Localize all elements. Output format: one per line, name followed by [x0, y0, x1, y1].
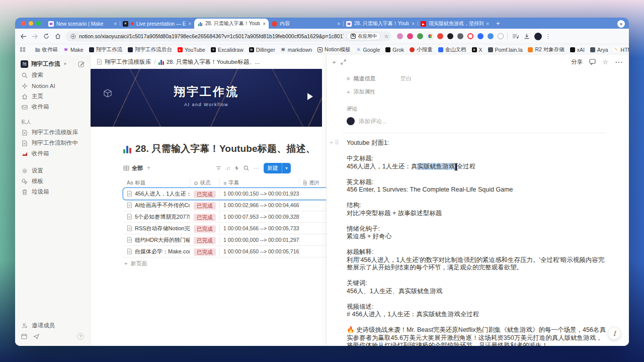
- text-block[interactable]: 英文标题:: [347, 178, 606, 187]
- add-view-icon[interactable]: +: [147, 164, 150, 171]
- tab-content[interactable]: 内容 ×: [269, 19, 343, 29]
- bookmark-item[interactable]: ▶ YouTube: [178, 47, 205, 53]
- text-block[interactable]: 情绪化钩子:: [347, 225, 606, 233]
- add-property-button[interactable]: + 添加属性: [347, 88, 606, 96]
- comments-icon[interactable]: [589, 59, 596, 65]
- tab-youtube-squidgame[interactable]: ▶ 现实版鱿鱼游戏，坚持到最后 ×: [418, 19, 492, 29]
- browser-menu-icon[interactable]: ⋮: [545, 33, 551, 40]
- sidebar-item-trash[interactable]: 垃圾箱: [19, 187, 87, 197]
- reload-icon[interactable]: [42, 32, 50, 40]
- table-row[interactable]: 纽约HDR大师的独门秘籍：9 已完成 1 00:00:00,000 --> 00…: [123, 234, 326, 246]
- bookmark-item[interactable]: R2 对象存储: [528, 46, 564, 53]
- text-block[interactable]: 标题解释:: [347, 248, 606, 256]
- bookmark-star-icon[interactable]: ☆: [384, 33, 389, 40]
- view-tab-all[interactable]: 全部: [123, 164, 143, 172]
- table-row[interactable]: 456人进入，1人生还：真实 已完成 1 00:00:00,150 --> 00…: [123, 188, 326, 200]
- text-block[interactable]: # 456人进入，1人生还：真实版鱿鱼游戏全过程: [347, 311, 606, 319]
- bookmark-item[interactable]: ✕ Excalidraw: [211, 47, 244, 53]
- table-row[interactable]: AI绘画高手不外传的ComfyU 已完成 1 00:00:02,966 --> …: [123, 200, 326, 211]
- bookmark-item[interactable]: 翔宇工作流: [89, 46, 123, 53]
- bookmark-item[interactable]: Grok: [385, 47, 404, 53]
- extension-icon[interactable]: [488, 33, 494, 39]
- text-block[interactable]: [347, 147, 606, 155]
- tab-close-icon[interactable]: ×: [486, 21, 489, 27]
- new-page-button[interactable]: + 新页面: [123, 257, 326, 269]
- text-block[interactable]: 紧迫感 + 好奇心: [347, 233, 606, 241]
- text-block[interactable]: [347, 272, 606, 280]
- sidebar-item-home[interactable]: 主页: [19, 91, 87, 102]
- text-block[interactable]: 利用'456人进入，1人生还'的数字对比制造强烈的紧迫感和生存压力。'全过程'暗…: [347, 256, 606, 272]
- filter-icon[interactable]: [216, 166, 221, 170]
- url-bar[interactable]: notion.so/xiaoyuzaici/1c5017a905fd80a197…: [65, 31, 391, 42]
- breadcrumb-current[interactable]: 28. 只需输入字幕！Youtube标题、...: [158, 58, 260, 66]
- panel-more-icon[interactable]: ⋯: [615, 57, 623, 67]
- apps-grid-icon[interactable]: [20, 47, 25, 52]
- bookmark-item[interactable]: ✎ HTML: [614, 47, 629, 53]
- bookmark-item[interactable]: Pomf.lain.la: [488, 47, 523, 53]
- tab-close-icon[interactable]: ×: [114, 21, 117, 27]
- tab-make-scenario[interactable]: M New scenario | Make ×: [45, 19, 120, 29]
- row-title[interactable]: RSS自动存储Notion完整教程: [135, 225, 190, 232]
- forward-icon[interactable]: [31, 32, 39, 40]
- bookmark-item[interactable]: X X: [472, 47, 482, 53]
- site-settings-icon[interactable]: [70, 34, 76, 39]
- extension-icon[interactable]: [407, 33, 413, 39]
- text-block[interactable]: [347, 217, 606, 225]
- text-block[interactable]: 456人、1人生还、真实版鱿鱼游戏: [347, 288, 606, 296]
- extension-icon[interactable]: [498, 33, 504, 39]
- bookmark-item[interactable]: M Make: [63, 47, 84, 53]
- add-comment-row[interactable]: 添加评论...: [347, 117, 606, 125]
- extension-icon[interactable]: [467, 33, 473, 39]
- invite-members-button[interactable]: 邀请成员: [19, 320, 87, 331]
- new-record-dropdown-icon[interactable]: ▼: [282, 163, 291, 173]
- bookmark-item[interactable]: D Dillinger: [249, 47, 275, 53]
- text-block[interactable]: 对比冲突型标题 + 故事叙述型标题: [347, 210, 606, 218]
- extension-icon[interactable]: [427, 33, 433, 39]
- text-block[interactable]: [347, 319, 606, 327]
- extension-icon[interactable]: [417, 33, 423, 39]
- column-header-image[interactable]: 图片: [299, 178, 326, 188]
- bookmark-item[interactable]: 收件箱: [35, 46, 58, 53]
- text-block[interactable]: 视频描述:: [347, 303, 606, 311]
- window-controls[interactable]: [15, 18, 45, 29]
- sidebar-item-search[interactable]: 搜索: [19, 70, 87, 80]
- new-record-button[interactable]: 新建 ▼: [264, 163, 291, 173]
- bookmark-item[interactable]: 小报童: [410, 46, 433, 53]
- row-title[interactable]: 5个必知赛博朋克2077结局：: [135, 213, 190, 221]
- compose-icon[interactable]: [78, 61, 85, 67]
- text-block[interactable]: 456 Enter, 1 Survives: The Complete Real…: [347, 186, 606, 194]
- drag-handle-icon[interactable]: ⠿: [335, 139, 339, 147]
- new-tab-button[interactable]: +: [496, 20, 500, 27]
- page-bar-chart-icon[interactable]: [123, 145, 131, 153]
- workspace-switcher[interactable]: 翔 翔宇工作流 ▼: [19, 58, 87, 70]
- bookmark-item[interactable]: N Notion模板: [317, 46, 350, 53]
- sidebar-item-templates[interactable]: 模板: [19, 176, 87, 187]
- tab-close-icon[interactable]: ×: [337, 21, 340, 27]
- column-header-subtitle[interactable]: ≡字幕: [220, 178, 299, 188]
- bookmark-item[interactable]: 翔宇工作流后台: [128, 46, 172, 53]
- lightning-icon[interactable]: [234, 165, 239, 171]
- minimize-window-button[interactable]: [29, 21, 33, 26]
- close-window-button[interactable]: [21, 21, 26, 26]
- bookmark-item[interactable]: M markdown: [281, 47, 312, 53]
- page-title[interactable]: 28. 只需输入字幕！Youtube标题、描述、: [135, 142, 315, 155]
- send-icon[interactable]: [33, 334, 39, 339]
- text-block[interactable]: [347, 241, 606, 249]
- page-blocks[interactable]: + ⠿ Youtube 封面1:中文标题: 456人进入，1人生还：真实版鱿鱼游…: [347, 139, 606, 346]
- zoom-window-button[interactable]: [36, 21, 41, 26]
- home-icon[interactable]: [54, 32, 62, 40]
- text-block[interactable]: [347, 295, 606, 303]
- row-title[interactable]: AI绘画高手不外传的ComfyU: [135, 202, 190, 209]
- extension-icon[interactable]: [397, 33, 403, 39]
- text-block[interactable]: 结构:: [347, 202, 606, 210]
- extension-icon[interactable]: [437, 33, 443, 39]
- sidebar-item-notion-ai[interactable]: Notion AI: [19, 80, 87, 91]
- sidebar-item-template-library[interactable]: 翔宇工作流模版库: [19, 127, 87, 138]
- tab-close-icon[interactable]: ×: [188, 21, 191, 27]
- page-cover-image[interactable]: 翔宇工作流 AI and Workflow: [91, 69, 322, 127]
- media-playlist-icon[interactable]: [511, 32, 519, 40]
- tab-excalidraw-live[interactable]: ✕ Live presentation — Excal ×: [120, 19, 194, 29]
- floating-cursor-button[interactable]: I: [608, 327, 621, 340]
- bookmark-item[interactable]: G Google: [356, 47, 380, 53]
- extension-icon[interactable]: [457, 33, 463, 39]
